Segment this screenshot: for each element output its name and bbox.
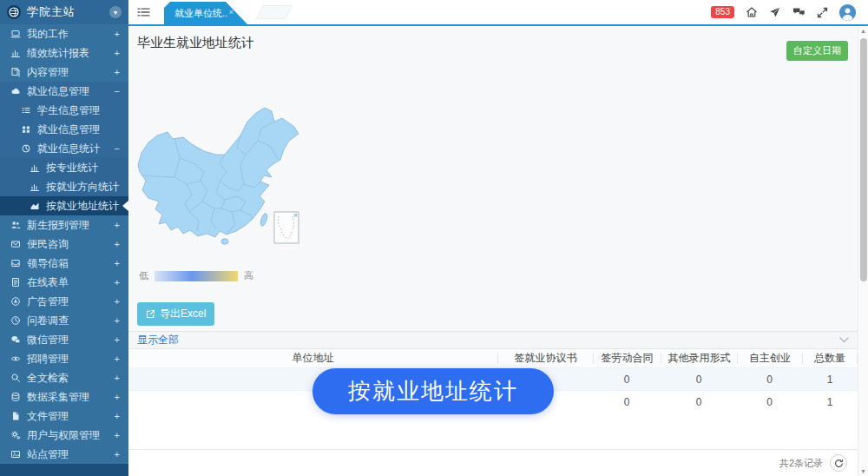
table-header-row: 单位地址 签就业协议书 签劳动合同 其他录用形式 自主创业 总数量: [128, 349, 858, 367]
gears-icon: [9, 430, 22, 440]
sidebar-item-stats-by-address[interactable]: 按就业地址统计: [0, 196, 128, 215]
main-content: 毕业生就业地址统计 自定义日期: [128, 26, 858, 476]
sidebar-item-freshman-registration[interactable]: 新生报到管理 +: [0, 215, 128, 235]
tab-employment-unit-stats[interactable]: 就业单位统.. ×: [164, 2, 247, 24]
records-count-label: 共2条记录: [779, 457, 823, 470]
bar-chart-icon: [9, 48, 22, 58]
user-avatar[interactable]: [839, 4, 856, 21]
taiwan-island: [260, 213, 268, 227]
col-header-other-hiring[interactable]: 其他录用形式: [661, 353, 737, 364]
sidebar-item-file-management[interactable]: 文件管理 +: [0, 407, 128, 426]
sidebar-footer-strip: [0, 464, 128, 476]
col-header-total[interactable]: 总数量: [802, 353, 858, 364]
expand-icon[interactable]: [817, 7, 828, 18]
scrollbar-thumb[interactable]: [860, 38, 867, 281]
chevron-down-icon[interactable]: [839, 337, 849, 343]
ad-circle-icon: [9, 296, 22, 307]
home-icon[interactable]: [746, 6, 758, 18]
sidebar-item-label: 用户与权限管理: [27, 428, 115, 443]
sidebar-item-site-management[interactable]: 站点管理 +: [0, 445, 128, 464]
vertical-scrollbar[interactable]: ▲ ▼: [858, 26, 868, 476]
export-icon: [146, 309, 155, 319]
expand-plus-icon: +: [115, 258, 120, 268]
sidebar-menu: 我的工作 + 绩效统计报表 + 内容管理 + 就业信息管理 − 学生信息管理 就…: [0, 24, 128, 464]
comments-icon[interactable]: [792, 7, 806, 18]
sidebar-item-label: 按就业地址统计: [46, 199, 120, 214]
sidebar-item-performance-reports[interactable]: 绩效统计报表 +: [0, 43, 128, 63]
sidebar-item-student-info-management[interactable]: 学生信息管理: [0, 101, 128, 120]
expand-plus-icon: +: [115, 315, 120, 326]
pie-chart-icon: [19, 143, 32, 154]
sidebar-toggle-icon[interactable]: [137, 7, 150, 17]
sidebar-item-label: 招聘管理: [27, 352, 115, 367]
brand-title: 学院主站: [27, 4, 109, 20]
sidebar-item-data-collection[interactable]: 数据采集管理 +: [0, 387, 128, 407]
sidebar-item-wechat-management[interactable]: 微信管理 +: [0, 330, 128, 349]
sidebar-item-employment-statistics[interactable]: 就业信息统计 −: [0, 139, 128, 158]
sidebar-item-stats-by-direction[interactable]: 按就业方向统计: [0, 177, 128, 196]
sidebar-item-online-forms[interactable]: 在线表单 +: [0, 273, 128, 292]
cell-value: 1: [802, 374, 858, 386]
brand-logo-icon: [7, 5, 21, 19]
expand-plus-icon: +: [115, 277, 120, 288]
col-header-unit-address[interactable]: 单位地址: [128, 351, 497, 366]
sidebar-item-label: 学生信息管理: [37, 103, 120, 118]
map-legend: 低 高: [139, 269, 253, 282]
tab-label: 就业单位统..: [174, 7, 227, 20]
notification-badge[interactable]: 853: [711, 6, 734, 18]
china-map[interactable]: [135, 96, 304, 256]
sidebar-item-label: 就业信息统计: [37, 142, 115, 156]
ghost-tab: [256, 5, 293, 19]
sidebar-item-leader-mailbox[interactable]: 领导信箱 +: [0, 254, 128, 273]
expand-plus-icon: +: [115, 296, 120, 307]
cell-value: 0: [737, 374, 802, 386]
south-china-sea-inset: [274, 212, 299, 243]
sidebar-item-label: 绩效统计报表: [27, 46, 115, 61]
scroll-down-icon[interactable]: ▼: [860, 468, 866, 474]
send-icon[interactable]: [769, 6, 781, 18]
sidebar-item-survey[interactable]: 问卷调查 +: [0, 311, 128, 330]
col-header-labor-contract[interactable]: 签劳动合同: [593, 353, 661, 364]
sidebar-item-employment-info-management[interactable]: 就业信息管理 −: [0, 82, 128, 101]
image-icon: [9, 449, 22, 459]
col-header-agreement[interactable]: 签就业协议书: [497, 353, 593, 364]
expand-plus-icon: +: [115, 411, 120, 421]
cell-value: 0: [661, 396, 737, 408]
sidebar-item-stats-by-major[interactable]: 按专业统计: [0, 158, 128, 177]
top-header-bar: 就业单位统.. × 853: [128, 0, 868, 26]
col-header-self-employed[interactable]: 自主创业: [737, 353, 802, 364]
sidebar-item-label: 领导信箱: [27, 256, 115, 271]
area-chart-icon: [28, 201, 41, 211]
export-excel-button[interactable]: 导出Excel: [137, 302, 214, 326]
sidebar-item-recruitment-management[interactable]: 招聘管理 +: [0, 349, 128, 368]
sidebar-item-employment-info-management-sub[interactable]: 就业信息管理: [0, 120, 128, 139]
sidebar-item-fulltext-search[interactable]: 全文检索 +: [0, 368, 128, 387]
grid-icon: [19, 124, 32, 135]
expand-plus-icon: +: [115, 29, 120, 39]
sidebar-collapse-icon[interactable]: ▾: [109, 6, 122, 18]
sidebar-item-label: 全文检索: [27, 371, 115, 386]
legend-high-label: 高: [244, 269, 253, 282]
chat-bubbles-icon: [9, 334, 22, 345]
scroll-up-icon[interactable]: ▲: [860, 28, 866, 34]
legend-gradient-bar[interactable]: [155, 271, 238, 281]
brand-bar: 学院主站 ▾: [0, 0, 128, 24]
sidebar-item-ad-management[interactable]: 广告管理 +: [0, 292, 128, 311]
refresh-button[interactable]: [830, 454, 847, 472]
expand-plus-icon: +: [115, 430, 120, 440]
sidebar-item-label: 在线表单: [27, 275, 115, 290]
expand-plus-icon: +: [115, 220, 120, 230]
sidebar-item-content-management[interactable]: 内容管理 +: [0, 63, 128, 82]
sidebar-item-citizen-consultation[interactable]: 便民咨询 +: [0, 235, 128, 254]
tab-close-icon[interactable]: ×: [229, 8, 233, 17]
custom-date-button[interactable]: 自定义日期: [786, 41, 848, 61]
table-footer: 共2条记录: [128, 449, 858, 476]
sidebar-item-label: 按专业统计: [46, 161, 120, 175]
page-title: 毕业生就业地址统计: [137, 35, 254, 51]
sidebar-item-my-work[interactable]: 我的工作 +: [0, 24, 128, 43]
hainan-island: [221, 239, 228, 244]
database-icon: [9, 392, 22, 402]
address-stats-overlay-pill: 按就业地址统计: [312, 368, 554, 414]
sidebar-item-users-permissions[interactable]: 用户与权限管理 +: [0, 426, 128, 445]
show-all-link[interactable]: 显示全部: [137, 333, 179, 347]
